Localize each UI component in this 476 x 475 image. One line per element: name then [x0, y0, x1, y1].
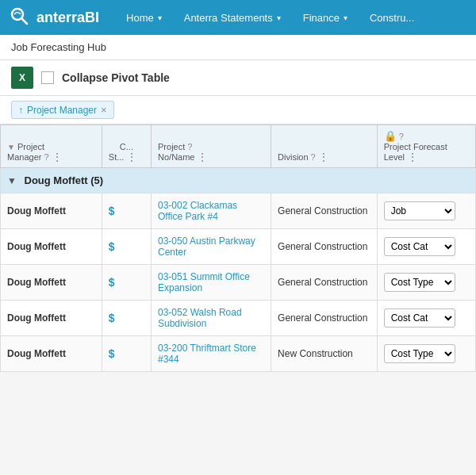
col-header-division: Division ? ⋮ [271, 125, 378, 168]
table-row: Doug Moffett $ 03-002 Clackamas Office P… [1, 193, 476, 229]
cell-pm: Doug Moffett [1, 301, 102, 336]
cell-forecast[interactable]: JobCost CatCost TypePhase [377, 336, 475, 372]
col-header-pm: ▼ Project Manager ? ⋮ [1, 125, 102, 168]
col-header-project: Project ? No/Name ⋮ [152, 125, 271, 168]
table-row: Doug Moffett $ 03-050 Austin Parkway Cen… [1, 229, 476, 265]
nav-finance[interactable]: Finance ▾ [292, 0, 359, 35]
cell-division: New Construction [271, 336, 378, 372]
cell-dollar: $ [102, 265, 151, 301]
navbar: anterraBI Home ▾ Anterra Statements ▾ Fi… [0, 0, 476, 35]
cell-forecast[interactable]: JobCost CatCost TypePhase [377, 301, 475, 336]
toolbar: X Collapse Pivot Table [0, 60, 476, 96]
filter-bar: ↑ Project Manager × [0, 96, 476, 124]
forecast-dots-icon[interactable]: ⋮ [407, 151, 418, 163]
sort-icon[interactable]: ▼ [7, 143, 15, 151]
group-header-doug-moffett: ▼ Doug Moffett (5) [1, 168, 476, 193]
main-table-container: ▼ Project Manager ? ⋮ C... [0, 124, 476, 372]
finance-caret-icon: ▾ [344, 13, 347, 22]
statements-caret-icon: ▾ [277, 13, 281, 22]
nav-construction[interactable]: Constru... [359, 0, 425, 35]
table-row: Doug Moffett $ 03-200 Thriftmart Store #… [1, 336, 476, 372]
cell-division: General Construction [271, 265, 378, 301]
table-row: Doug Moffett $ 03-052 Walsh Road Subdivi… [1, 301, 476, 336]
cell-project: 03-052 Walsh Road Subdivision [152, 301, 271, 336]
excel-icon[interactable]: X [11, 67, 33, 89]
div-dots-icon[interactable]: ⋮ [318, 151, 329, 163]
cell-project: 03-002 Clackamas Office Park #4 [152, 193, 271, 229]
cell-pm: Doug Moffett [1, 336, 102, 372]
cell-project: 03-200 Thriftmart Store #344 [152, 336, 271, 372]
div-help-icon[interactable]: ? [311, 152, 316, 162]
cs-dots-icon[interactable]: ⋮ [126, 151, 137, 163]
cell-project: 03-051 Summit Office Expansion [152, 265, 271, 301]
cell-dollar: $ [102, 229, 151, 265]
pm-help-icon[interactable]: ? [44, 152, 48, 162]
collapse-label: Collapse Pivot Table [62, 71, 170, 84]
cell-division: General Construction [271, 193, 378, 229]
cell-division: General Construction [271, 301, 378, 336]
cell-pm: Doug Moffett [1, 193, 102, 229]
cell-division: General Construction [271, 229, 378, 265]
brand: anterraBI [10, 6, 99, 29]
filter-label: Project Manager [27, 105, 97, 116]
forecast-help-icon[interactable]: ? [399, 132, 404, 141]
table-row: Doug Moffett $ 03-051 Summit Office Expa… [1, 265, 476, 301]
project-manager-filter[interactable]: ↑ Project Manager × [11, 101, 114, 119]
cell-forecast[interactable]: JobCost CatCost TypePhase [377, 265, 475, 301]
col-header-cs: C... St... ⋮ [102, 125, 151, 168]
svg-line-1 [21, 18, 27, 24]
forecast-lock-icon: 🔒 [384, 130, 397, 142]
home-caret-icon: ▾ [158, 13, 162, 22]
logo-icon [10, 6, 32, 29]
group-caret-icon[interactable]: ▼ [7, 175, 17, 186]
cell-project: 03-050 Austin Parkway Center [152, 229, 271, 265]
cell-dollar: $ [102, 336, 151, 372]
page-title: Job Forecasting Hub [0, 35, 476, 60]
proj-dots-icon[interactable]: ⋮ [197, 151, 208, 163]
forecast-select[interactable]: JobCost CatCost TypePhase [384, 273, 455, 292]
brand-name: anterraBI [36, 10, 99, 26]
collapse-checkbox[interactable] [41, 71, 54, 84]
cell-dollar: $ [102, 193, 151, 229]
cell-dollar: $ [102, 301, 151, 336]
cell-forecast[interactable]: JobCost CatCost TypePhase [377, 193, 475, 229]
filter-remove-icon[interactable]: × [101, 104, 107, 116]
proj-help-icon[interactable]: ? [187, 142, 192, 151]
filter-arrow-icon: ↑ [18, 105, 23, 116]
col-header-forecast: 🔒 ? Project Forecast Level ⋮ [377, 125, 475, 168]
forecast-select[interactable]: JobCost CatCost TypePhase [384, 201, 455, 220]
main-table: ▼ Project Manager ? ⋮ C... [0, 124, 476, 372]
cell-pm: Doug Moffett [1, 229, 102, 265]
cell-pm: Doug Moffett [1, 265, 102, 301]
cell-forecast[interactable]: JobCost CatCost TypePhase [377, 229, 475, 265]
group-label: ▼ Doug Moffett (5) [1, 168, 476, 193]
forecast-select[interactable]: JobCost CatCost TypePhase [384, 237, 455, 256]
pm-dots-icon[interactable]: ⋮ [52, 151, 63, 163]
nav-home[interactable]: Home ▾ [115, 0, 173, 35]
forecast-select[interactable]: JobCost CatCost TypePhase [384, 344, 455, 363]
forecast-select[interactable]: JobCost CatCost TypePhase [384, 308, 455, 328]
nav-anterra-statements[interactable]: Anterra Statements ▾ [173, 0, 292, 35]
